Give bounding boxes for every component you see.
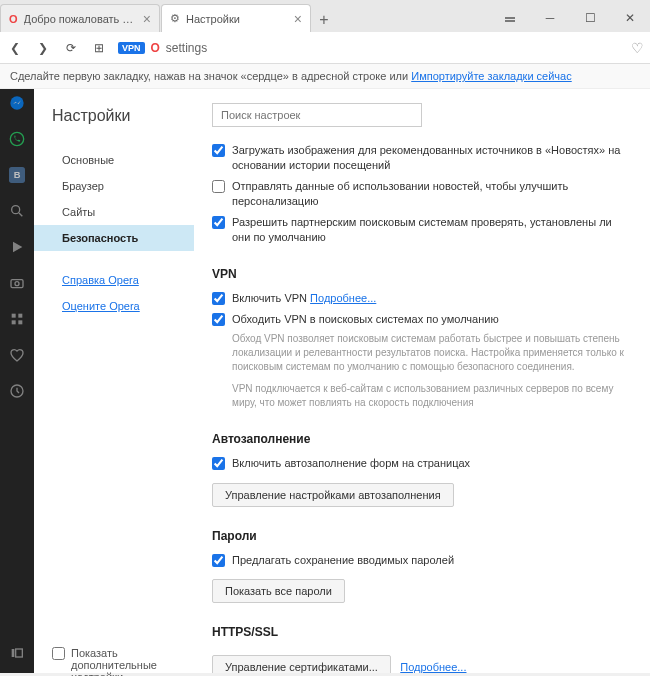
address-field[interactable]: VPN O settings: [118, 41, 621, 55]
vpn-fineprint-1: Обход VPN позволяет поисковым системам р…: [232, 332, 632, 374]
forward-button[interactable]: ❯: [34, 39, 52, 57]
play-icon[interactable]: [7, 237, 27, 257]
svg-point-9: [15, 282, 19, 286]
section-title: HTTPS/SSL: [212, 625, 632, 639]
close-icon[interactable]: ×: [143, 11, 151, 27]
opt-offer-save-passwords[interactable]: Предлагать сохранение вводимых паролей: [212, 553, 632, 568]
svg-rect-8: [11, 280, 23, 288]
opt-news-usage[interactable]: Отправлять данные об использовании новос…: [212, 179, 632, 210]
svg-rect-10: [12, 314, 16, 318]
vpn-more-link[interactable]: Подробнее...: [310, 292, 376, 304]
opt-partner-search[interactable]: Разрешить партнерским поисковым системам…: [212, 215, 632, 246]
whatsapp-icon[interactable]: [7, 129, 27, 149]
heart-icon[interactable]: [7, 345, 27, 365]
vpn-fineprint-2: VPN подключается к веб-сайтам с использо…: [232, 382, 632, 410]
help-link[interactable]: Справка Opera: [52, 269, 194, 291]
back-button[interactable]: ❮: [6, 39, 24, 57]
titlebar: O Добро пожаловать в Op × ⚙ Настройки × …: [0, 0, 650, 32]
tab-title: Настройки: [186, 13, 288, 25]
manage-autofill-button[interactable]: Управление настройками автозаполнения: [212, 483, 454, 507]
section-title: Автозаполнение: [212, 432, 632, 446]
opera-icon: O: [151, 41, 160, 55]
opt-bypass-vpn[interactable]: Обходить VPN в поисковых системах по умо…: [212, 312, 632, 327]
section-news: Загружать изображения для рекомендованны…: [212, 143, 632, 245]
maximize-button[interactable]: ☐: [570, 4, 610, 32]
svg-rect-12: [12, 320, 16, 324]
speed-dial-button[interactable]: ⊞: [90, 39, 108, 57]
show-advanced-label: Показать дополнительные настройки: [71, 647, 194, 676]
address-bar: ❮ ❯ ⟳ ⊞ VPN O settings ♡: [0, 32, 650, 64]
window-controls: ─ ☐ ✕: [490, 4, 650, 32]
sidebar-item-browser[interactable]: Браузер: [34, 173, 194, 199]
settings-sidebar: Настройки Основные Браузер Сайты Безопас…: [34, 89, 194, 673]
settings-content[interactable]: Загружать изображения для рекомендованны…: [194, 89, 650, 673]
tab-settings[interactable]: ⚙ Настройки ×: [161, 4, 311, 32]
vpn-badge: VPN: [118, 42, 145, 54]
close-window-button[interactable]: ✕: [610, 4, 650, 32]
reload-button[interactable]: ⟳: [62, 39, 80, 57]
sidebar-item-security[interactable]: Безопасность: [34, 225, 194, 251]
grid-icon[interactable]: [7, 309, 27, 329]
opt-enable-autofill[interactable]: Включить автозаполнение форм на страница…: [212, 456, 632, 471]
rate-link[interactable]: Оцените Opera: [52, 295, 194, 317]
opt-news-images[interactable]: Загружать изображения для рекомендованны…: [212, 143, 632, 174]
show-passwords-button[interactable]: Показать все пароли: [212, 579, 345, 603]
gear-icon: ⚙: [170, 12, 180, 25]
svg-rect-15: [12, 649, 15, 657]
left-rail: B: [0, 89, 34, 673]
hint-text: Сделайте первую закладку, нажав на значо…: [10, 70, 411, 82]
svg-rect-16: [16, 649, 23, 657]
camera-icon[interactable]: [7, 273, 27, 293]
svg-rect-11: [18, 314, 22, 318]
section-passwords: Пароли Предлагать сохранение вводимых па…: [212, 529, 632, 603]
section-https: HTTPS/SSL Управление сертификатами... По…: [212, 625, 632, 673]
svg-line-7: [19, 213, 22, 216]
section-autofill: Автозаполнение Включить автозаполнение ф…: [212, 432, 632, 506]
opt-enable-vpn[interactable]: Включить VPN Подробнее...: [212, 291, 632, 306]
expand-rail-icon[interactable]: [7, 643, 27, 663]
page-title: Настройки: [52, 107, 194, 125]
sidebar-item-sites[interactable]: Сайты: [34, 199, 194, 225]
vk-icon[interactable]: B: [7, 165, 27, 185]
svg-rect-13: [18, 320, 22, 324]
manage-certs-button[interactable]: Управление сертификатами...: [212, 655, 391, 673]
svg-text:B: B: [14, 170, 21, 180]
section-title: Пароли: [212, 529, 632, 543]
section-title: VPN: [212, 267, 632, 281]
import-bookmarks-link[interactable]: Импортируйте закладки сейчас: [411, 70, 572, 82]
close-icon[interactable]: ×: [294, 11, 302, 27]
tab-title: Добро пожаловать в Op: [24, 13, 137, 25]
clock-icon[interactable]: [7, 381, 27, 401]
svg-point-2: [10, 96, 23, 109]
svg-point-3: [10, 132, 23, 145]
sidebar-item-basic[interactable]: Основные: [34, 147, 194, 173]
https-more-link[interactable]: Подробнее...: [400, 661, 466, 673]
section-vpn: VPN Включить VPN Подробнее... Обходить V…: [212, 267, 632, 410]
tab-welcome[interactable]: O Добро пожаловать в Op ×: [0, 4, 160, 32]
url-text: settings: [166, 41, 207, 55]
bookmark-hint-bar: Сделайте первую закладку, нажав на значо…: [0, 64, 650, 89]
show-advanced[interactable]: Показать дополнительные настройки: [52, 647, 194, 676]
svg-point-6: [12, 206, 20, 214]
search-icon[interactable]: [7, 201, 27, 221]
minimize-button[interactable]: ─: [530, 4, 570, 32]
search-input[interactable]: [212, 103, 422, 127]
minimize-button[interactable]: [490, 4, 530, 32]
messenger-icon[interactable]: [7, 93, 27, 113]
bookmark-heart-icon[interactable]: ♡: [631, 40, 644, 56]
show-advanced-checkbox[interactable]: [52, 647, 65, 660]
opera-icon: O: [9, 13, 18, 25]
new-tab-button[interactable]: +: [312, 8, 336, 32]
